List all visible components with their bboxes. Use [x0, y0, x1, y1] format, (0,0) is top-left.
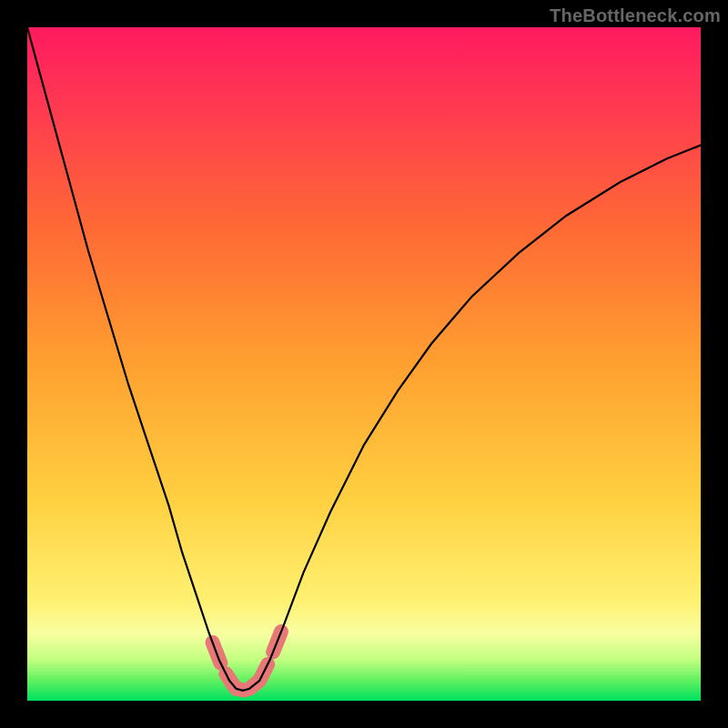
gradient-background: [27, 27, 701, 701]
bottleneck-chart: [27, 27, 701, 701]
chart-frame: TheBottleneck.com: [0, 0, 728, 728]
plot-area: [27, 27, 701, 701]
watermark-text: TheBottleneck.com: [550, 5, 721, 26]
